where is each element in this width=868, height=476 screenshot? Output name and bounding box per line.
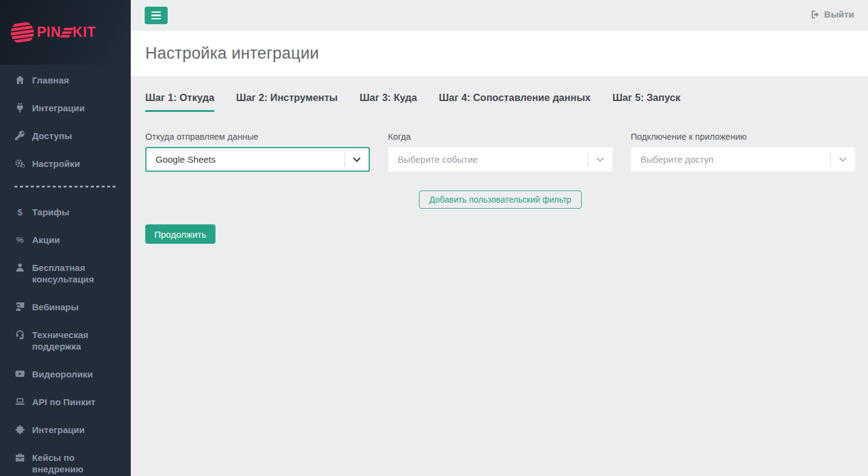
brand-logo[interactable]: PIN KIT — [0, 0, 131, 65]
pinkit-logo-icon — [10, 21, 35, 45]
sidebar-item-label: Видеоролики — [32, 368, 93, 380]
chevron-down-icon — [345, 157, 369, 162]
sidebar-item-label: Интеграции — [32, 102, 85, 114]
sidebar-item-settings[interactable]: Настройки — [15, 158, 120, 169]
source-select-value: Google Sheets — [146, 154, 344, 165]
connection-select[interactable]: Выберите доступ — [631, 147, 855, 172]
main-content: Шаг 1: Откуда Шаг 2: Инструменты Шаг 3: … — [131, 77, 868, 476]
sidebar-item-label: Акции — [32, 234, 60, 246]
add-custom-filter-button[interactable]: Добавить пользовательский фильтр — [419, 191, 582, 209]
topbar: Выйти — [131, 0, 868, 31]
gears-icon — [15, 158, 25, 168]
filter-spacer — [631, 191, 855, 209]
sidebar-item-webinars[interactable]: Вебинары — [15, 301, 120, 313]
key-icon — [15, 131, 25, 140]
logout-label: Выйти — [824, 9, 854, 19]
sidebar-item-access[interactable]: Доступы — [15, 130, 120, 142]
sidebar-divider — [15, 186, 117, 187]
puzzle-icon — [15, 425, 25, 434]
dollar-icon: $ — [15, 207, 25, 217]
user-icon — [15, 262, 25, 272]
laptop-icon — [15, 397, 25, 406]
sidebar-item-integrations2[interactable]: Интеграции — [15, 424, 120, 435]
sidebar-item-label: API по Пинкит — [32, 396, 96, 408]
field-event: Когда Выберите событие — [388, 132, 613, 172]
field-source: Откуда отправляем данные Google Sheets — [145, 132, 370, 172]
sidebar-item-promos[interactable]: % Акции — [15, 234, 120, 246]
page-header: Настройка интеграции — [131, 31, 868, 77]
sidebar-item-label: Тарифы — [32, 206, 69, 218]
tab-step-5-launch[interactable]: Шаг 5: Запуск — [613, 92, 680, 112]
sidebar-item-label: Доступы — [32, 130, 72, 142]
sidebar-item-support[interactable]: Техническая поддержка — [15, 329, 120, 352]
source-select[interactable]: Google Sheets — [145, 147, 370, 172]
sidebar-item-label: Интеграции — [32, 424, 85, 435]
menu-toggle-button[interactable] — [145, 7, 168, 24]
logout-button[interactable]: Выйти — [810, 9, 854, 19]
chevron-down-icon — [588, 157, 612, 162]
sidebar: PIN KIT Главная Интеграции Доступы Настр… — [0, 0, 131, 476]
connection-select-placeholder: Выберите доступ — [631, 154, 830, 165]
step-tabs: Шаг 1: Откуда Шаг 2: Инструменты Шаг 3: … — [145, 92, 855, 112]
svg-text:%: % — [16, 235, 23, 244]
sidebar-item-videos[interactable]: Видеоролики — [15, 368, 120, 380]
event-select-placeholder: Выберите событие — [389, 154, 588, 165]
sidebar-nav: Главная Интеграции Доступы Настройки $ Т… — [0, 65, 131, 475]
filter-row: Добавить пользовательский фильтр — [145, 191, 855, 209]
tab-step-1-source[interactable]: Шаг 1: Откуда — [145, 92, 214, 112]
integration-form-row: Откуда отправляем данные Google Sheets К… — [145, 132, 855, 172]
webinar-icon — [15, 302, 25, 311]
logo-stripes-icon — [60, 28, 73, 37]
sidebar-item-free-consult[interactable]: Бесплатная консультация — [15, 262, 120, 285]
sign-out-icon — [810, 10, 820, 19]
brand-wordmark: PIN KIT — [37, 24, 96, 41]
field-label-event: Когда — [388, 132, 613, 142]
chevron-down-icon — [831, 157, 855, 162]
youtube-icon — [15, 369, 25, 379]
svg-text:$: $ — [17, 207, 22, 217]
briefcase-icon — [15, 452, 25, 462]
field-label-source: Откуда отправляем данные — [145, 132, 370, 142]
sidebar-item-tariffs[interactable]: $ Тарифы — [15, 206, 120, 218]
tab-step-4-mapping[interactable]: Шаг 4: Сопоставление данных — [439, 92, 591, 112]
filter-spacer — [145, 191, 370, 209]
sidebar-item-label: Кейсы по внедрению — [32, 452, 120, 475]
field-connection: Подключение к приложению Выберите доступ — [631, 132, 855, 172]
sidebar-item-label: Техническая поддержка — [32, 329, 120, 352]
headset-icon — [15, 330, 25, 339]
percent-icon: % — [15, 235, 25, 244]
plug-icon — [15, 103, 25, 112]
tab-step-3-destination[interactable]: Шаг 3: Куда — [360, 92, 417, 112]
tab-step-2-tools[interactable]: Шаг 2: Инструменты — [236, 92, 338, 112]
event-select[interactable]: Выберите событие — [388, 147, 613, 172]
sidebar-item-label: Вебинары — [32, 301, 79, 313]
sidebar-item-label: Настройки — [32, 158, 80, 169]
sidebar-item-api[interactable]: API по Пинкит — [15, 396, 120, 408]
sidebar-item-label: Бесплатная консультация — [32, 262, 120, 285]
field-label-connection: Подключение к приложению — [631, 132, 855, 142]
sidebar-item-label: Главная — [32, 74, 69, 86]
sidebar-item-integrations[interactable]: Интеграции — [15, 102, 120, 114]
sidebar-item-home[interactable]: Главная — [15, 74, 120, 86]
page-title: Настройка интеграции — [145, 44, 319, 63]
continue-button[interactable]: Продолжить — [145, 224, 215, 244]
home-icon — [15, 75, 25, 85]
sidebar-item-cases[interactable]: Кейсы по внедрению — [15, 452, 120, 475]
